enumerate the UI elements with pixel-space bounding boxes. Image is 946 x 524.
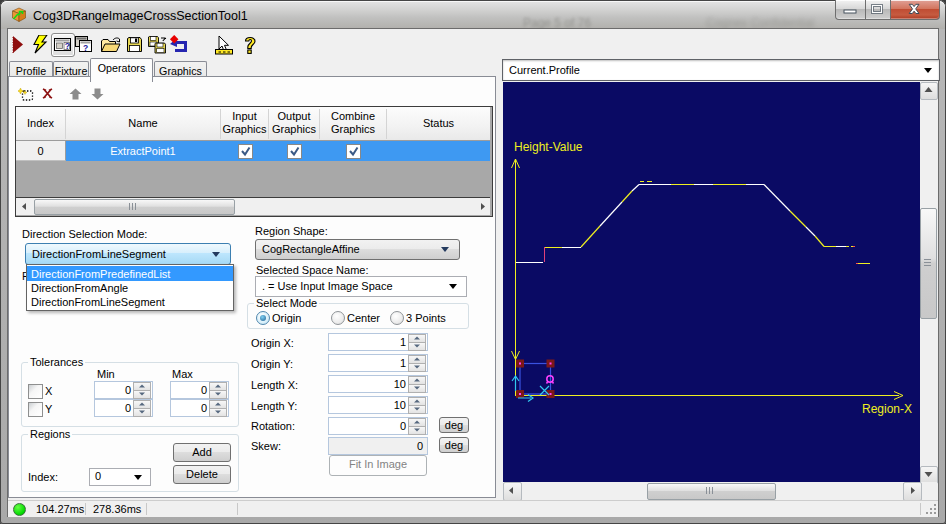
svg-text:Region-X: Region-X xyxy=(862,402,912,416)
svg-text:?: ? xyxy=(65,41,70,51)
svg-text:Height-Value: Height-Value xyxy=(514,140,583,154)
svg-text:?: ? xyxy=(83,43,88,53)
